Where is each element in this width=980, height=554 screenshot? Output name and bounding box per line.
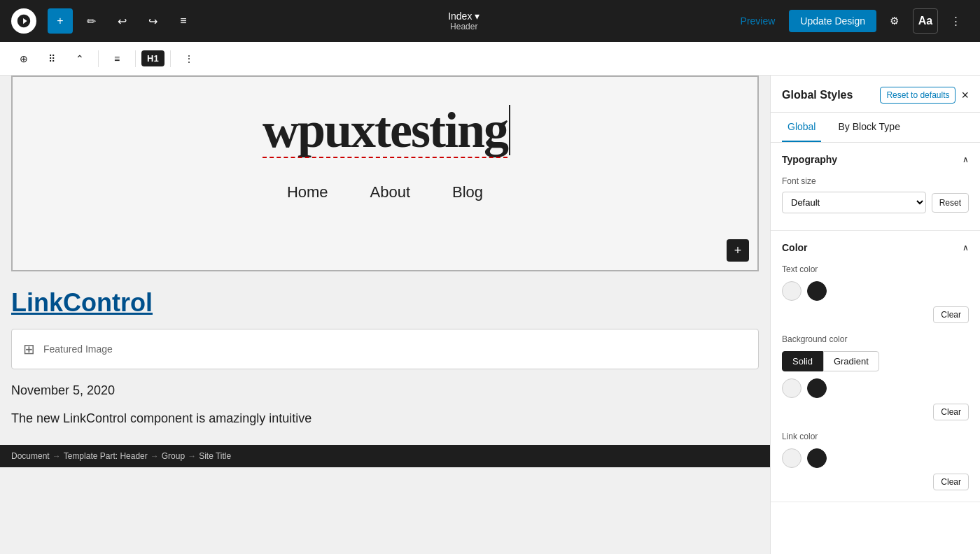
typography-section: Typography ∧ Font size Default Reset bbox=[771, 143, 980, 231]
close-sidebar-button[interactable]: × bbox=[961, 88, 969, 103]
breadcrumb-site-title[interactable]: Site Title bbox=[199, 451, 231, 461]
font-size-row: Default Reset bbox=[782, 192, 969, 213]
block-toolbar: ⊕ ⠿ ⌃ ≡ H1 ⋮ bbox=[0, 42, 980, 76]
bg-color-white-swatch[interactable] bbox=[782, 378, 802, 398]
font-size-reset-button[interactable]: Reset bbox=[932, 193, 969, 213]
cursor-line bbox=[509, 105, 510, 155]
align-button[interactable]: ≡ bbox=[104, 46, 130, 71]
toolbar-center[interactable]: Index ▾ Header bbox=[448, 10, 479, 31]
link-color-label: Link color bbox=[782, 432, 969, 441]
color-section: Color ∧ Text color Clear Background colo… bbox=[771, 231, 980, 502]
position-button[interactable]: ⊕ bbox=[11, 46, 36, 71]
more-options-button[interactable]: ⋮ bbox=[944, 8, 969, 34]
toolbar-breadcrumb: Index ▾ bbox=[448, 10, 479, 22]
toolbar-left: + ✏ ↩ ↪ ≡ bbox=[11, 8, 196, 34]
color-title: Color bbox=[782, 242, 808, 253]
toolbar-divider-1 bbox=[98, 50, 99, 67]
color-chevron-icon: ∧ bbox=[962, 243, 969, 253]
text-color-black-swatch[interactable] bbox=[807, 281, 827, 301]
typography-chevron-icon: ∧ bbox=[962, 155, 969, 164]
typography-title: Typography bbox=[782, 154, 837, 165]
list-view-button[interactable]: ≡ bbox=[171, 8, 196, 34]
link-color-white-swatch[interactable] bbox=[782, 448, 802, 468]
typography-header[interactable]: Typography ∧ bbox=[782, 154, 969, 165]
link-color-clear-button[interactable]: Clear bbox=[933, 474, 969, 490]
bg-toggle-row: Solid Gradient bbox=[782, 351, 969, 371]
featured-image-block[interactable]: ⊞ Featured Image bbox=[11, 329, 759, 369]
undo-button[interactable]: ↩ bbox=[109, 8, 134, 34]
bg-color-label: Background color bbox=[782, 334, 969, 344]
toolbar-divider-2 bbox=[135, 50, 136, 67]
bg-color-swatches bbox=[782, 378, 969, 398]
text-color-clear-button[interactable]: Clear bbox=[933, 306, 969, 323]
color-header[interactable]: Color ∧ bbox=[782, 242, 969, 253]
add-block-button[interactable]: + bbox=[727, 239, 749, 262]
block-more-button[interactable]: ⋮ bbox=[176, 46, 202, 71]
index-label: Index bbox=[448, 10, 472, 22]
preview-button[interactable]: Preview bbox=[732, 10, 784, 32]
toolbar-divider-3 bbox=[170, 50, 171, 67]
bg-solid-button[interactable]: Solid bbox=[782, 351, 823, 371]
text-color-white-swatch[interactable] bbox=[782, 281, 802, 301]
nav-menu: Home About Blog bbox=[287, 183, 483, 201]
bg-color-black-swatch[interactable] bbox=[807, 378, 827, 398]
text-color-label: Text color bbox=[782, 264, 969, 274]
settings-button[interactable]: ⚙ bbox=[882, 8, 907, 34]
site-title[interactable]: wpuxtesting bbox=[262, 105, 507, 155]
text-color-clear-row: Clear bbox=[782, 306, 969, 323]
font-size-label: Font size bbox=[782, 176, 969, 186]
header-block[interactable]: wpuxtesting Home About Blog + bbox=[11, 76, 759, 271]
toolbar-right: Preview Update Design ⚙ Aa ⋮ bbox=[732, 8, 969, 34]
wp-logo[interactable] bbox=[11, 8, 36, 34]
header-label: Header bbox=[450, 22, 477, 31]
move-button[interactable]: ⌃ bbox=[67, 46, 92, 71]
breadcrumb-template[interactable]: Template Part: Header bbox=[64, 451, 148, 461]
sidebar-actions: Reset to defaults × bbox=[880, 87, 969, 104]
chevron-down-icon: ▾ bbox=[475, 10, 479, 22]
add-block-toolbar-button[interactable]: + bbox=[48, 8, 73, 34]
redo-button[interactable]: ↪ bbox=[140, 8, 165, 34]
featured-image-label: Featured Image bbox=[43, 343, 113, 355]
styles-button[interactable]: Aa bbox=[913, 8, 938, 34]
text-color-swatches bbox=[782, 281, 969, 301]
breadcrumb-arrow-3: → bbox=[188, 451, 196, 461]
edit-button[interactable]: ✏ bbox=[78, 8, 104, 34]
post-date: November 5, 2020 bbox=[11, 383, 759, 398]
drag-button[interactable]: ⠿ bbox=[39, 46, 64, 71]
bg-color-clear-button[interactable]: Clear bbox=[933, 404, 969, 420]
sidebar-header: Global Styles Reset to defaults × bbox=[771, 76, 980, 113]
nav-home[interactable]: Home bbox=[287, 183, 328, 201]
breadcrumb-arrow-2: → bbox=[150, 451, 159, 461]
font-size-select[interactable]: Default bbox=[782, 192, 926, 213]
featured-image-icon: ⊞ bbox=[23, 341, 35, 357]
h1-button[interactable]: H1 bbox=[141, 50, 164, 66]
bg-gradient-button[interactable]: Gradient bbox=[823, 351, 879, 371]
top-toolbar: + ✏ ↩ ↪ ≡ Index ▾ Header Preview Update … bbox=[0, 0, 980, 42]
nav-about[interactable]: About bbox=[370, 183, 411, 201]
nav-blog[interactable]: Blog bbox=[452, 183, 483, 201]
bg-color-clear-row: Clear bbox=[782, 404, 969, 420]
link-color-black-swatch[interactable] bbox=[807, 448, 827, 468]
reset-defaults-button[interactable]: Reset to defaults bbox=[880, 87, 955, 104]
post-excerpt: The new LinkControl component is amazing… bbox=[11, 409, 759, 428]
main-area: wpuxtesting Home About Blog + LinkContro… bbox=[0, 76, 980, 554]
post-title[interactable]: LinkControl bbox=[11, 288, 153, 318]
bottom-breadcrumb: Document → Template Part: Header → Group… bbox=[0, 445, 770, 467]
link-color-swatches bbox=[782, 448, 969, 468]
sidebar-title: Global Styles bbox=[782, 89, 853, 101]
content-area: LinkControl ⊞ Featured Image November 5,… bbox=[0, 271, 770, 445]
sidebar-tabs: Global By Block Type bbox=[771, 113, 980, 143]
breadcrumb-arrow-1: → bbox=[52, 451, 61, 461]
editor-area: wpuxtesting Home About Blog + LinkContro… bbox=[0, 76, 770, 554]
breadcrumb-document[interactable]: Document bbox=[11, 451, 50, 461]
breadcrumb-group[interactable]: Group bbox=[162, 451, 185, 461]
update-design-button[interactable]: Update Design bbox=[789, 10, 876, 32]
tab-global[interactable]: Global bbox=[782, 113, 821, 142]
tab-by-block-type[interactable]: By Block Type bbox=[832, 113, 905, 142]
sidebar: Global Styles Reset to defaults × Global… bbox=[770, 76, 980, 554]
link-color-clear-row: Clear bbox=[782, 474, 969, 490]
